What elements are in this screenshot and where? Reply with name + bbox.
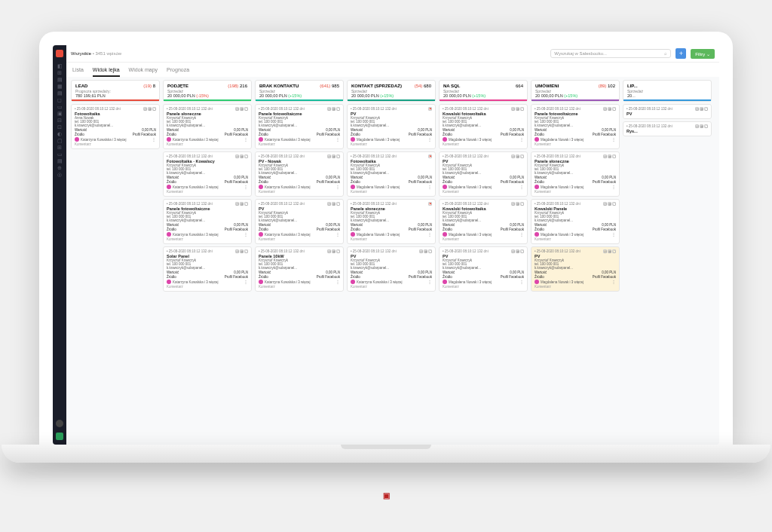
lead-card[interactable]: • 25-08-2020 08:10:12 132 dni▤▦▢Rys...: [623, 121, 712, 136]
more-icon[interactable]: ⋮: [427, 232, 432, 237]
card-action-icons[interactable]: ⚑: [428, 154, 432, 158]
card-action-icons[interactable]: ▤▦▢: [695, 124, 708, 128]
nav-icon[interactable]: ▤: [57, 157, 63, 164]
card-action-icons[interactable]: ▤▦▢: [235, 202, 248, 206]
column-header[interactable]: KONTAKT (SPRZEDAŻ)(54) 680Sprzedaż20 000…: [347, 80, 436, 102]
nav-icon[interactable]: ⊡: [57, 124, 63, 130]
lead-card[interactable]: • 25-08-2020 08:10:12 132 dni⚑Panele sło…: [347, 199, 436, 244]
lead-card[interactable]: • 25-08-2020 08:10:12 132 dni▤▦▢Panele s…: [163, 104, 252, 149]
more-icon[interactable]: ⋮: [335, 185, 340, 189]
lead-card[interactable]: • 25-08-2020 08:10:12 132 dni▤▦▢PVKrzysz…: [439, 246, 528, 292]
kanban-board[interactable]: LEAD(19) 8Prognoza sprzedaży:780 199,61 …: [66, 77, 719, 445]
lead-card[interactable]: • 25-08-2020 08:10:12 132 dni▤▦▢PVKrzysz…: [439, 151, 528, 197]
column-header[interactable]: LIP... Sprzedaż20...: [623, 80, 712, 102]
column-header[interactable]: BRAK KONTAKTU(641) 985Sprzedaż20 000,00 …: [255, 80, 344, 102]
card-action-icons[interactable]: ▤▦▢: [695, 107, 708, 111]
more-icon[interactable]: ⋮: [244, 280, 248, 284]
lead-card[interactable]: • 25-08-2020 08:10:12 132 dni▤▦▢PV - Now…: [255, 151, 344, 197]
nav-icon[interactable]: ◎: [57, 171, 63, 178]
nav-icon[interactable]: ◧: [57, 63, 63, 69]
lead-card[interactable]: • 25-08-2020 08:10:12 132 dni▤▦▢PVKrzysz…: [531, 246, 620, 292]
column-header[interactable]: PODJĘTE(198) 216Sprzedaż20 000,00 PLN (-…: [163, 80, 252, 102]
lead-card[interactable]: • 25-08-2020 08:10:12 132 dni▤▦▢Kowalski…: [531, 199, 620, 244]
more-icon[interactable]: ⋮: [519, 137, 524, 142]
tab-prognoza[interactable]: Prognoza: [167, 67, 189, 77]
more-icon[interactable]: ⋮: [152, 137, 156, 142]
card-action-icons[interactable]: ▤▦▢: [327, 154, 340, 158]
card-action-icons[interactable]: ▤▦▢: [603, 202, 616, 206]
more-icon[interactable]: ⋮: [611, 232, 616, 237]
nav-icon[interactable]: ▣: [57, 110, 63, 117]
more-icon[interactable]: ⋮: [519, 232, 524, 237]
card-action-icons[interactable]: ▤▦▢: [419, 249, 432, 253]
card-action-icons[interactable]: ▤▦▢: [511, 154, 524, 158]
tab-widok-lejka[interactable]: Widok lejka: [93, 67, 120, 77]
help-icon[interactable]: [56, 433, 63, 440]
lead-card[interactable]: • 25-08-2020 08:10:12 132 dni▤▦▢Panele s…: [531, 151, 620, 197]
more-icon[interactable]: ⋮: [427, 137, 432, 142]
lead-card[interactable]: • 25-08-2020 08:10:12 132 dni▤▦▢Solar Pa…: [163, 246, 252, 292]
nav-icon[interactable]: ◻: [57, 96, 63, 103]
card-action-icons[interactable]: ⚑: [428, 107, 432, 111]
more-icon[interactable]: ⋮: [244, 185, 248, 189]
more-icon[interactable]: ⋮: [611, 185, 616, 189]
lead-card[interactable]: • 25-08-2020 08:10:12 132 dni▤▦▢PV: [623, 104, 712, 119]
lead-card[interactable]: • 25-08-2020 08:10:12 132 dni▤▦▢PVKrzysz…: [255, 199, 344, 244]
column-header[interactable]: LEAD(19) 8Prognoza sprzedaży:780 199,61 …: [71, 80, 160, 102]
more-icon[interactable]: ⋮: [335, 137, 340, 142]
more-icon[interactable]: ⋮: [611, 280, 616, 284]
card-action-icons[interactable]: ▤▦▢: [235, 154, 248, 158]
nav-icon[interactable]: ⊞: [57, 144, 63, 151]
more-icon[interactable]: ⋮: [427, 280, 432, 284]
nav-icon[interactable]: ▭: [57, 151, 63, 157]
nav-icon[interactable]: ▢: [57, 137, 63, 144]
nav-icon[interactable]: ▦: [57, 83, 63, 90]
tab-widok-mapy[interactable]: Widok mapy: [129, 67, 158, 77]
lead-card[interactable]: • 25-08-2020 08:10:12 132 dni▤▦▢PVKrzysz…: [347, 246, 436, 292]
card-action-icons[interactable]: ▤▦▢: [511, 249, 524, 253]
more-icon[interactable]: ⋮: [244, 137, 248, 142]
card-action-icons[interactable]: ▤▦▢: [603, 107, 616, 111]
user-avatar-icon[interactable]: [56, 420, 63, 427]
lead-card[interactable]: • 25-08-2020 08:10:12 132 dni▤▦▢Kowalski…: [439, 199, 528, 244]
lead-card[interactable]: • 25-08-2020 08:10:12 132 dni▤▦▢Panele f…: [163, 199, 252, 244]
card-action-icons[interactable]: ▤▦▢: [511, 202, 524, 206]
lead-card[interactable]: • 25-08-2020 08:10:12 132 dni▤▦▢Panele f…: [531, 104, 620, 149]
filter-button[interactable]: Filtry ⌄: [691, 49, 715, 59]
more-icon[interactable]: ⋮: [244, 232, 248, 237]
lead-card[interactable]: • 25-08-2020 08:10:12 132 dni⚑PVKrzyszto…: [347, 104, 436, 149]
more-icon[interactable]: ⋮: [519, 280, 524, 284]
column-header[interactable]: UMÓWIENI(89) 102Sprzedaż20 000,00 PLN (+…: [531, 80, 620, 102]
lead-card[interactable]: • 25-08-2020 08:10:12 132 dni▤▦▢Fotowolt…: [163, 151, 252, 197]
tab-lista[interactable]: Lista: [72, 67, 84, 77]
card-action-icons[interactable]: ▤▦▢: [327, 202, 340, 206]
card-action-icons[interactable]: ▤▦▢: [603, 154, 616, 158]
card-action-icons[interactable]: ▤▦▢: [235, 107, 248, 111]
nav-icon[interactable]: ▤: [57, 76, 63, 83]
more-icon[interactable]: ⋮: [427, 185, 432, 189]
search-input[interactable]: Wyszukaj w Salesbooku... ⌕: [550, 49, 671, 58]
card-action-icons[interactable]: ▤▦▢: [327, 107, 340, 111]
more-icon[interactable]: ⋮: [335, 280, 340, 284]
column-header[interactable]: NA SQL 664Sprzedaż20 000,00 PLN (+15%): [439, 80, 528, 102]
card-action-icons[interactable]: ▤▦▢: [235, 249, 248, 253]
card-action-icons[interactable]: ▤▦▢: [143, 107, 156, 111]
nav-icon[interactable]: ⊞: [57, 69, 63, 76]
nav-icon[interactable]: ▭: [57, 103, 63, 110]
card-action-icons[interactable]: ▤▦▢: [511, 107, 524, 111]
card-action-icons[interactable]: ⚑: [428, 202, 432, 206]
more-icon[interactable]: ⋮: [519, 185, 524, 189]
lead-card[interactable]: • 25-08-2020 08:10:12 132 dni▤▦▢Fotowolt…: [71, 104, 160, 149]
lead-card[interactable]: • 25-08-2020 08:10:12 132 dni⚑Fotowoltai…: [347, 151, 436, 197]
lead-card[interactable]: • 25-08-2020 08:10:12 132 dni▤▦▢Kowalski…: [439, 104, 528, 149]
more-icon[interactable]: ⋮: [335, 232, 340, 237]
lead-card[interactable]: • 25-08-2020 08:10:12 132 dni▤▦▢Panele f…: [255, 104, 344, 149]
add-button[interactable]: +: [676, 48, 686, 59]
nav-icon[interactable]: ⊕: [57, 164, 63, 171]
nav-icon[interactable]: ◐: [57, 130, 63, 137]
nav-icon[interactable]: ▤: [57, 90, 63, 96]
card-action-icons[interactable]: ▤▦▢: [327, 249, 340, 253]
card-action-icons[interactable]: ▤▦▢: [603, 249, 616, 253]
more-icon[interactable]: ⋮: [611, 137, 616, 142]
lead-card[interactable]: • 25-08-2020 08:10:12 132 dni▤▦▢Panele 1…: [255, 246, 344, 292]
